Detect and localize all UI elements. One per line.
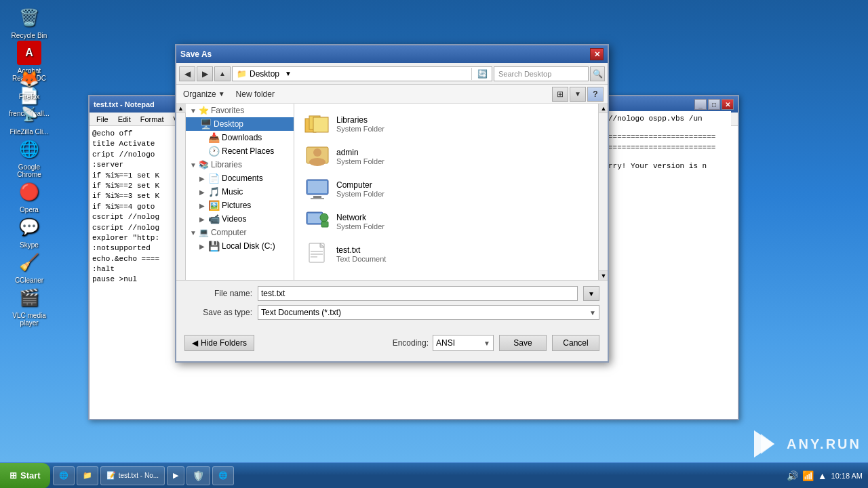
recent-places-label: Recent Places bbox=[222, 146, 274, 156]
view-dropdown-button[interactable]: ▼ bbox=[570, 87, 586, 102]
encoding-select[interactable]: ANSI ▼ bbox=[433, 335, 494, 351]
tray-icon-network[interactable]: 📶 bbox=[802, 470, 814, 481]
hide-folders-arrow: ◀ bbox=[192, 338, 198, 348]
tree-item-local-disk[interactable]: ▶ 💾 Local Disk (C:) bbox=[186, 239, 294, 253]
desktop-icon-chrome[interactable]: 🌐 GoogleChrome bbox=[5, 137, 53, 178]
ie-icon: 🌐 bbox=[59, 471, 68, 480]
view-type-button[interactable]: ⊞ bbox=[552, 87, 568, 102]
clock: 10:18 AM bbox=[831, 472, 863, 480]
pictures-label: Pictures bbox=[222, 201, 251, 210]
file-item-admin[interactable]: admin System Folder bbox=[300, 142, 602, 171]
organize-button[interactable]: Organize ▼ bbox=[180, 88, 228, 100]
desktop-icon-vlc[interactable]: 🎬 VLC mediaplayer bbox=[5, 285, 53, 327]
anyrun-watermark: ANY.RUN bbox=[754, 430, 861, 458]
tree-item-desktop[interactable]: 🖥️ Desktop bbox=[186, 117, 294, 131]
firefox-icon: 🦊 bbox=[17, 66, 41, 91]
new-folder-button[interactable]: New folder bbox=[233, 88, 277, 100]
file-item-libraries[interactable]: Libraries System Folder bbox=[300, 109, 602, 139]
taskbar-item-browser2[interactable]: 🌐 bbox=[212, 466, 234, 485]
up-button[interactable]: ▲ bbox=[214, 66, 231, 81]
favorites-icon: ⭐ bbox=[199, 106, 209, 115]
tray-icon-volume[interactable]: 🔊 bbox=[787, 470, 798, 481]
back-button[interactable]: ◀ bbox=[179, 66, 195, 81]
search-button[interactable]: 🔍 bbox=[590, 66, 605, 81]
computer-header: ▼ 💻 Computer bbox=[186, 226, 294, 239]
svg-rect-9 bbox=[311, 198, 324, 199]
dialog-titlebar: Save As ✕ bbox=[176, 45, 608, 63]
tray-icon-arrow[interactable]: ▲ bbox=[818, 470, 827, 481]
desktop-icon-skype[interactable]: 💬 Skype bbox=[5, 215, 53, 249]
taskbar-item-notepad[interactable]: 📝 test.txt - No... bbox=[100, 466, 165, 485]
desktop-icon-recycle-bin[interactable]: 🗑️ Recycle Bin bbox=[5, 5, 53, 39]
taskbar-item-folder[interactable]: 📁 bbox=[77, 466, 98, 485]
save-button[interactable]: Save bbox=[499, 335, 547, 351]
tree-item-videos[interactable]: ▶ 📹 Videos bbox=[186, 212, 294, 226]
file-item-computer[interactable]: Computer System Folder bbox=[300, 174, 602, 204]
libraries-expander: ▼ bbox=[190, 161, 197, 169]
help-button[interactable]: ? bbox=[587, 87, 604, 102]
close-button[interactable]: ✕ bbox=[722, 99, 734, 110]
dialog-close-button[interactable]: ✕ bbox=[590, 48, 604, 60]
cancel-button[interactable]: Cancel bbox=[552, 335, 599, 351]
svg-point-4 bbox=[313, 148, 321, 157]
menu-file[interactable]: File bbox=[92, 114, 113, 125]
desktop-icon-ccleaner[interactable]: 🧹 CCleaner bbox=[5, 250, 53, 284]
filename-row: File name: test.txt ▼ bbox=[184, 286, 599, 301]
file-list: Libraries System Folder bbox=[294, 104, 608, 274]
videos-expander[interactable]: ▶ bbox=[199, 216, 206, 223]
notepad-right-panel: //nologo ospp.vbs /un ==================… bbox=[606, 111, 731, 175]
savetype-select[interactable]: Text Documents (*.txt) ▼ bbox=[258, 305, 599, 320]
minimize-button[interactable]: _ bbox=[694, 99, 707, 110]
file-item-network[interactable]: Network System Folder bbox=[300, 207, 602, 237]
start-button[interactable]: ⊞ Start bbox=[0, 463, 50, 489]
libraries-file-info: Libraries System Folder bbox=[336, 115, 384, 133]
location-dropdown: ▼ bbox=[285, 70, 292, 77]
documents-expander[interactable]: ▶ bbox=[199, 175, 206, 182]
taskbar-item-security[interactable]: 🛡️ bbox=[186, 466, 210, 485]
acrobat-icon: A bbox=[17, 41, 41, 65]
desktop-icon-filezilla[interactable]: 📡 FileZilla Cli... bbox=[5, 102, 53, 136]
desktop-icon-firefox[interactable]: 🦊 Firefox bbox=[5, 66, 53, 100]
scroll-up-button[interactable]: ▲ bbox=[176, 104, 186, 113]
filename-input[interactable]: test.txt bbox=[258, 286, 578, 301]
menu-format[interactable]: Format bbox=[136, 114, 168, 125]
svg-rect-12 bbox=[321, 222, 328, 227]
desktop-icon-opera[interactable]: 🔴 Opera bbox=[5, 180, 53, 214]
tree-item-downloads[interactable]: 📥 Downloads bbox=[186, 131, 294, 144]
file-item-testtxt[interactable]: test.txt Text Document bbox=[300, 239, 602, 269]
tree-item-music[interactable]: ▶ 🎵 Music bbox=[186, 185, 294, 199]
filename-dropdown[interactable]: ▼ bbox=[583, 286, 599, 301]
local-disk-expander[interactable]: ▶ bbox=[199, 243, 206, 250]
search-box[interactable]: Search Desktop bbox=[494, 66, 589, 81]
organize-label: Organize bbox=[183, 89, 216, 99]
forward-button[interactable]: ▶ bbox=[197, 66, 213, 81]
computer-icon: 💻 bbox=[199, 228, 209, 237]
libraries-file-type: System Folder bbox=[336, 125, 384, 133]
tree-item-recent-places[interactable]: 🕐 Recent Places bbox=[186, 144, 294, 158]
pictures-expander[interactable]: ▶ bbox=[199, 202, 206, 209]
ccleaner-icon: 🧹 bbox=[17, 250, 41, 274]
location-bar[interactable]: 📁 Desktop ▼ 🔄 bbox=[232, 66, 492, 81]
new-folder-label: New folder bbox=[236, 89, 275, 99]
tree-item-pictures[interactable]: ▶ 🖼️ Pictures bbox=[186, 199, 294, 212]
right-scroll-down[interactable]: ▼ bbox=[599, 270, 608, 280]
menu-edit[interactable]: Edit bbox=[114, 114, 135, 125]
videos-label: Videos bbox=[222, 214, 246, 224]
libraries-header: ▼ 📚 Libraries bbox=[186, 158, 294, 171]
refresh-icon[interactable]: 🔄 bbox=[477, 69, 488, 79]
tree-item-documents[interactable]: ▶ 📄 Documents bbox=[186, 171, 294, 185]
music-expander[interactable]: ▶ bbox=[199, 188, 206, 196]
save-as-dialog: Save As ✕ ◀ ▶ ▲ 📁 Desktop ▼ 🔄 Search Des… bbox=[175, 44, 609, 363]
computer-file-info: Computer System Folder bbox=[336, 180, 384, 198]
taskbar-item-media[interactable]: ▶ bbox=[167, 466, 184, 485]
admin-file-icon bbox=[304, 144, 331, 169]
computer-file-type: System Folder bbox=[336, 190, 384, 198]
downloads-folder-icon: 📥 bbox=[208, 132, 220, 143]
search-placeholder: Search Desktop bbox=[498, 70, 551, 78]
right-scroll-up[interactable]: ▲ bbox=[599, 104, 608, 113]
filezilla-icon: 📡 bbox=[17, 102, 41, 126]
maximize-button[interactable]: □ bbox=[708, 99, 720, 110]
hide-folders-button[interactable]: ◀ Hide Folders bbox=[184, 335, 254, 351]
organize-dropdown-icon: ▼ bbox=[218, 90, 225, 98]
taskbar-item-ie[interactable]: 🌐 bbox=[53, 466, 75, 485]
